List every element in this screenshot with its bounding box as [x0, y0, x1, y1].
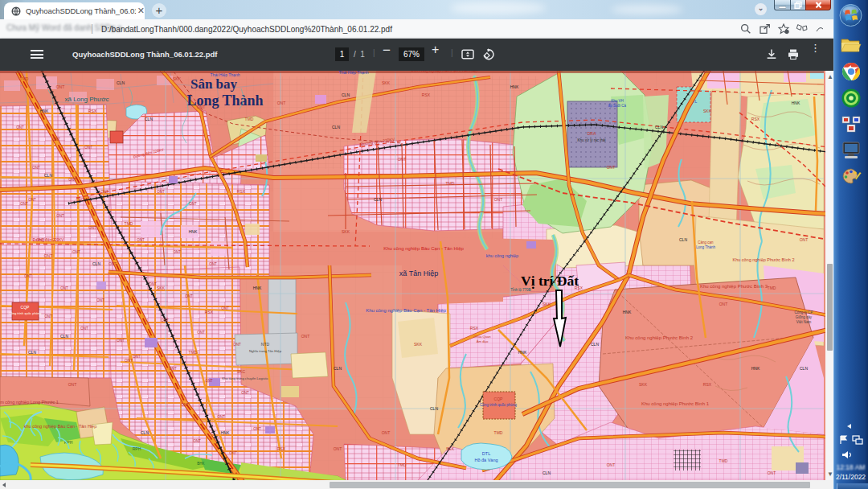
svg-text:CLN: CLN — [655, 125, 663, 129]
svg-text:ONT: ONT — [197, 331, 205, 335]
svg-text:RSX: RSX — [470, 326, 479, 331]
svg-text:ONT: ONT — [205, 379, 213, 383]
svg-text:TMD: TMD — [719, 458, 728, 463]
svg-text:ONT: ONT — [157, 190, 165, 194]
svg-text:CLN: CLN — [800, 366, 808, 371]
svg-text:ONT: ONT — [161, 318, 169, 323]
svg-text:HNK: HNK — [623, 310, 632, 314]
svg-text:CLN: CLN — [145, 117, 153, 121]
svg-text:ONT: ONT — [100, 190, 108, 194]
svg-text:ONT: ONT — [229, 451, 237, 455]
svg-text:SKK: SKK — [446, 446, 455, 451]
svg-text:CLN: CLN — [60, 334, 68, 339]
svg-text:xã Long Phước: xã Long Phước — [64, 96, 108, 103]
svg-text:ONT: ONT — [800, 237, 809, 242]
svg-text:ONT: ONT — [84, 146, 92, 150]
svg-text:xã Tân Hiệp: xã Tân Hiệp — [399, 269, 438, 277]
svg-text:ONT: ONT — [117, 339, 125, 343]
svg-text:SKK: SKK — [382, 80, 391, 85]
svg-text:Hồ đá Vàng: Hồ đá Vàng — [474, 458, 497, 462]
svg-text:ONT: ONT — [72, 250, 80, 254]
svg-text:CLN: CLN — [542, 471, 551, 475]
svg-text:CLN: CLN — [92, 261, 100, 266]
svg-text:CLN: CLN — [342, 92, 350, 97]
svg-text:ONT: ONT — [149, 282, 157, 286]
svg-text:TMD: TMD — [446, 181, 455, 186]
svg-text:CLN: CLN — [591, 342, 599, 347]
svg-text:ONT: ONT — [108, 262, 117, 266]
svg-text:ONT: ONT — [44, 253, 53, 258]
svg-text:RSX: RSX — [751, 117, 760, 121]
svg-text:Khu xử lý rác thải: Khu xử lý rác thải — [577, 138, 605, 142]
svg-text:ONT: ONT — [173, 250, 181, 254]
svg-text:khu công nghiệp Bàu Cạn - Tân: khu công nghiệp Bàu Cạn - Tân Hiệp — [24, 424, 96, 429]
svg-text:ONT: ONT — [277, 101, 286, 105]
svg-text:HNK: HNK — [792, 101, 800, 105]
svg-text:CLN: CLN — [430, 406, 438, 411]
svg-text:ONT: ONT — [185, 294, 193, 298]
svg-text:TMD: TMD — [189, 350, 198, 355]
svg-text:ONT: ONT — [76, 197, 85, 202]
svg-text:RSX: RSX — [88, 109, 97, 113]
svg-text:Công trình quốc phòng: Công trình quốc phòng — [9, 311, 42, 315]
svg-text:ONT: ONT — [52, 138, 60, 142]
svg-text:Việt Nam: Việt Nam — [796, 320, 812, 324]
svg-text:Nghĩa trang Tân Hiệp: Nghĩa trang Tân Hiệp — [249, 349, 282, 353]
svg-text:TMD: TMD — [398, 462, 407, 467]
svg-text:DRA: DRA — [588, 131, 596, 136]
svg-text:ONT: ONT — [719, 302, 728, 306]
svg-text:ONT: ONT — [217, 415, 225, 419]
svg-text:HNK: HNK — [189, 229, 198, 234]
svg-text:Vị trí Đất: Vị trí Đất — [521, 273, 579, 289]
svg-text:ONT: ONT — [768, 471, 776, 475]
svg-text:NTD: NTD — [261, 342, 270, 347]
svg-text:SKK: SKK — [173, 76, 182, 81]
svg-text:SKK: SKK — [542, 302, 551, 306]
svg-text:ONT: ONT — [24, 274, 32, 278]
svg-text:ONT: ONT — [28, 198, 36, 202]
svg-text:ONT: ONT — [607, 462, 616, 467]
svg-text:Cụm công nghiệp Long Phước 1: Cụm công nghiệp Long Phước 1 — [0, 400, 59, 405]
svg-text:ONT: ONT — [169, 367, 177, 371]
svg-text:ONT: ONT — [241, 391, 249, 395]
svg-text:Sân bay: Sân bay — [190, 76, 238, 92]
svg-text:DTL: DTL — [482, 451, 490, 456]
svg-text:ONT: ONT — [181, 403, 189, 407]
svg-text:Công ty CP: Công ty CP — [794, 310, 813, 314]
svg-text:HNK: HNK — [510, 84, 519, 89]
svg-text:ONT: ONT — [60, 286, 68, 290]
svg-text:ONT: ONT — [334, 446, 342, 451]
svg-text:HNK: HNK — [751, 366, 760, 371]
svg-text:ONT: ONT — [32, 166, 40, 170]
svg-text:SKK: SKK — [157, 286, 166, 290]
svg-text:ONT: ONT — [56, 214, 64, 218]
svg-text:ONT: ONT — [382, 430, 391, 435]
svg-text:Thái Hiệp Thạnh: Thái Hiệp Thạnh — [339, 71, 369, 75]
svg-text:SKK: SKK — [342, 229, 350, 234]
svg-text:RSX: RSX — [205, 310, 214, 314]
svg-text:CQP: CQP — [21, 305, 31, 310]
svg-text:Âm đạo: Âm đạo — [477, 339, 489, 343]
svg-text:ONT: ONT — [68, 382, 77, 387]
svg-text:ONT: ONT — [125, 358, 133, 363]
svg-text:SKC: SKC — [237, 369, 246, 374]
svg-text:CLN: CLN — [332, 125, 340, 129]
svg-text:ấp Suối Cả: ấp Suối Cả — [608, 104, 627, 108]
svg-text:ONT: ONT — [44, 314, 52, 318]
svg-text:Khu công nghiệp Bàu Cạn - Tân: Khu công nghiệp Bàu Cạn - Tân Hiệp — [411, 71, 477, 73]
svg-text:CLN: CLN — [117, 80, 125, 85]
svg-text:ONT: ONT — [56, 84, 65, 89]
svg-text:Công trình quốc phòng: Công trình quốc phòng — [480, 403, 517, 407]
svg-text:BHK: BHK — [197, 462, 204, 466]
svg-text:Khu công nghiệp Bàu Cạn - Tân: Khu công nghiệp Bàu Cạn - Tân Hiệp — [366, 308, 446, 313]
svg-text:CLN: CLN — [374, 197, 382, 202]
svg-text:ONT: ONT — [607, 165, 616, 170]
svg-text:RSX: RSX — [575, 286, 583, 290]
svg-text:ONT: ONT — [221, 306, 229, 310]
svg-text:ONT: ONT — [16, 125, 24, 129]
svg-text:SKK: SKK — [414, 342, 423, 347]
svg-text:ONT: ONT — [301, 334, 310, 339]
svg-text:ONT: ONT — [233, 343, 241, 347]
svg-text:HNK: HNK — [40, 109, 49, 113]
svg-text:Khu công nghiệp Phước Bình 2: Khu công nghiệp Phước Bình 2 — [625, 335, 694, 340]
